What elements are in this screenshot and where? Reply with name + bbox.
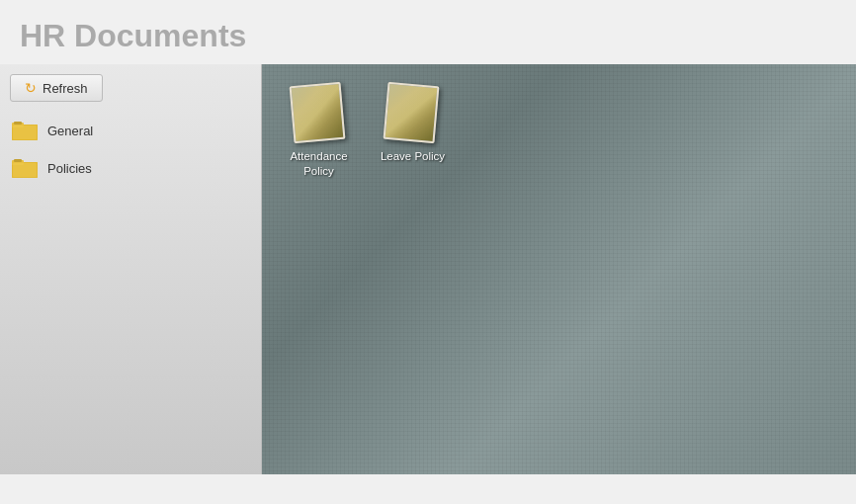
sidebar-item-policies[interactable]: Policies: [0, 149, 261, 187]
sidebar-item-general[interactable]: General: [0, 112, 261, 149]
svg-rect-8: [13, 163, 37, 177]
document-icon-attendance: [292, 84, 346, 143]
svg-rect-4: [14, 122, 22, 125]
polaroid-leave: [384, 82, 440, 143]
sidebar-scroll[interactable]: ↻ Refresh General: [0, 64, 261, 474]
sidebar: ↻ Refresh General: [0, 64, 262, 474]
refresh-label: Refresh: [43, 81, 88, 96]
sidebar-item-policies-label: Policies: [47, 161, 92, 176]
document-attendance-policy[interactable]: Attendance Policy: [282, 84, 356, 179]
refresh-button[interactable]: ↻ Refresh: [10, 74, 103, 102]
svg-rect-9: [14, 159, 22, 162]
folder-icon-policies: [12, 157, 40, 179]
sidebar-item-general-label: General: [47, 124, 93, 138]
svg-rect-3: [13, 126, 37, 139]
document-icon-leave: [385, 84, 440, 143]
refresh-icon: ↻: [25, 80, 37, 96]
polaroid-attendance: [290, 82, 346, 143]
page-title: HR Documents: [0, 0, 856, 64]
main-layout: ↻ Refresh General: [0, 64, 856, 474]
document-label-leave: Leave Policy: [381, 149, 445, 164]
folder-icon-general: [12, 120, 40, 141]
document-leave-policy[interactable]: Leave Policy: [376, 84, 450, 164]
content-area: Attendance Policy Leave Policy: [262, 64, 856, 474]
document-label-attendance: Attendance Policy: [282, 149, 356, 179]
